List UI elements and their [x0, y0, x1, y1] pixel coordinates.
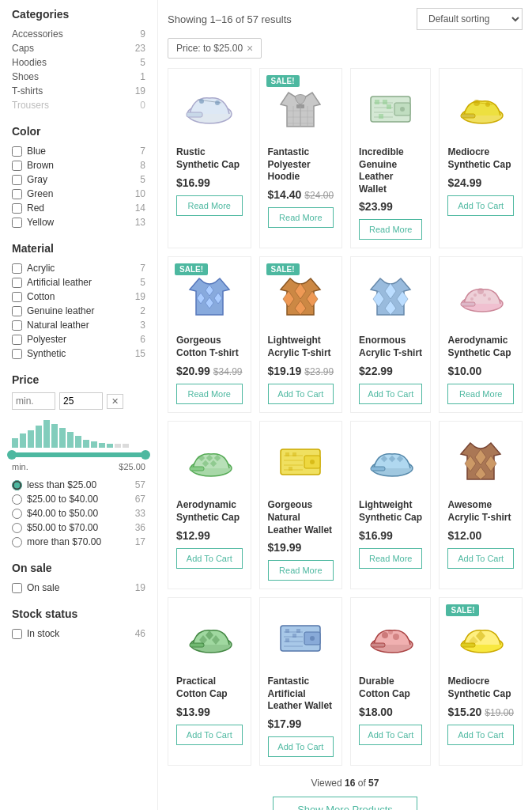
product-image-3	[359, 77, 422, 140]
product-name-1: Rustic Synthetic Cap	[176, 146, 243, 172]
category-accessories[interactable]: Accessories9	[12, 27, 145, 41]
category-trousers[interactable]: Trousers0	[12, 98, 145, 112]
main-content: Showing 1–16 of 57 results Default sorti…	[158, 0, 532, 810]
product-price-6: $19.19$23.99	[268, 365, 334, 377]
product-card-16: SALE! Mediocre Synthetic Cap $15.20$19.0…	[439, 597, 523, 766]
categories-section: Categories Accessories9 Caps23 Hoodies5 …	[12, 8, 145, 112]
add-to-cart-button-4[interactable]: Add To Cart	[447, 195, 514, 216]
product-card-2: SALE! Fan	[259, 68, 343, 248]
product-price-7: $22.99	[359, 365, 422, 377]
add-to-cart-button-16[interactable]: Add To Cart	[447, 725, 514, 745]
total-count: 57	[368, 778, 379, 789]
stock-section: Stock status In stock 46	[12, 608, 145, 641]
color-green[interactable]: Green10	[12, 187, 145, 201]
svg-rect-88	[285, 638, 289, 642]
material-natural-leather[interactable]: Natural leather3	[12, 318, 145, 332]
price-radio-lt25-label: less than $25.00	[27, 479, 96, 490]
price-slider-min-handle[interactable]	[7, 450, 17, 460]
svg-rect-62	[285, 452, 289, 456]
tshirt-blue2-icon	[363, 269, 418, 324]
color-gray[interactable]: Gray5	[12, 172, 145, 187]
add-to-cart-button-9[interactable]: Add To Cart	[176, 548, 243, 569]
material-artificial-leather[interactable]: Artificial leather5	[12, 275, 145, 290]
price-min-input[interactable]	[12, 392, 55, 410]
product-price-13: $13.99	[176, 706, 243, 718]
add-to-cart-button-6[interactable]: Add To Cart	[268, 384, 334, 404]
product-price-16: $15.20$19.00	[447, 706, 514, 718]
product-card-10: Gorgeous Natural Leather Wallet $19.99 R…	[259, 421, 343, 589]
read-more-button-8[interactable]: Read More	[447, 384, 514, 404]
stock-title: Stock status	[12, 608, 145, 620]
svg-point-81	[310, 636, 315, 641]
color-red[interactable]: Red14	[12, 201, 145, 215]
tshirt-blue-icon	[182, 269, 237, 324]
price-filter-tag: Price: to $25.00 ×	[168, 38, 262, 59]
price-section: Price ✕	[12, 373, 145, 549]
color-blue[interactable]: Blue7	[12, 144, 145, 158]
price-slider[interactable]	[12, 452, 145, 457]
category-tshirts[interactable]: T-shirts19	[12, 84, 145, 98]
product-name-11: Lightweight Synthetic Cap	[359, 499, 422, 524]
price-radio-gt70[interactable]: more than $70.00 17	[12, 535, 145, 549]
add-to-cart-button-7[interactable]: Add To Cart	[359, 384, 422, 404]
svg-point-57	[310, 460, 315, 464]
price-radio-lt25[interactable]: less than $25.00 57	[12, 478, 145, 492]
product-price-9: $12.99	[176, 529, 243, 542]
material-acrylic[interactable]: Acrylic7	[12, 261, 145, 275]
category-shoes[interactable]: Shoes1	[12, 70, 145, 84]
product-image-4	[447, 77, 514, 140]
read-more-button-11[interactable]: Read More	[359, 548, 422, 569]
svg-point-94	[388, 630, 393, 634]
product-name-13: Practical Cotton Cap	[176, 676, 243, 701]
color-brown[interactable]: Brown8	[12, 158, 145, 172]
add-to-cart-button-12[interactable]: Add To Cart	[447, 548, 514, 569]
price-radio-40-50[interactable]: $40.00 to $50.00 33	[12, 506, 145, 520]
price-radio-25-40[interactable]: $25.00 to $40.00 67	[12, 492, 145, 506]
stock-checkbox[interactable]: In stock 46	[12, 626, 145, 641]
cap-yellow2-icon	[453, 610, 508, 665]
read-more-button-2[interactable]: Read More	[268, 207, 334, 228]
price-title: Price	[12, 373, 145, 386]
product-card-4: Mediocre Synthetic Cap $24.99 Add To Car…	[439, 68, 523, 248]
svg-rect-49	[190, 467, 204, 471]
material-cotton[interactable]: Cotton19	[12, 290, 145, 304]
price-clear-button[interactable]: ✕	[107, 394, 123, 409]
show-more-button[interactable]: Show More Products	[273, 797, 417, 810]
read-more-button-3[interactable]: Read More	[359, 219, 422, 240]
price-bar	[91, 441, 97, 448]
filter-tag-remove[interactable]: ×	[247, 42, 253, 55]
product-name-8: Aerodynamic Synthetic Cap	[447, 335, 514, 360]
tshirt-brown2-icon	[453, 433, 508, 489]
add-to-cart-button-13[interactable]: Add To Cart	[176, 725, 243, 745]
product-image-14	[268, 606, 334, 669]
stock-label: In stock	[27, 628, 59, 639]
original-price-5: $34.99	[213, 366, 243, 377]
price-bar	[123, 444, 129, 448]
product-card-5: SALE! Gorgeous Cotton T-shirt $20.99$34.…	[168, 256, 251, 413]
read-more-button-10[interactable]: Read More	[268, 560, 334, 581]
add-to-cart-button-14[interactable]: Add To Cart	[268, 736, 334, 757]
categories-list: Accessories9 Caps23 Hoodies5 Shoes1 T-sh…	[12, 27, 145, 112]
material-polyester[interactable]: Polyester6	[12, 332, 145, 346]
material-synthetic[interactable]: Synthetic15	[12, 346, 145, 361]
read-more-button-1[interactable]: Read More	[176, 195, 243, 216]
onsale-checkbox[interactable]: On sale 19	[12, 581, 145, 595]
price-max-input[interactable]	[59, 392, 103, 410]
category-caps[interactable]: Caps23	[12, 41, 145, 55]
price-bar	[43, 420, 50, 448]
sort-select[interactable]: Default sorting Price: low to high Price…	[417, 8, 523, 30]
cap-green2-icon	[182, 610, 237, 665]
price-radio-50-70[interactable]: $50.00 to $70.00 36	[12, 520, 145, 535]
price-slider-max-handle[interactable]	[141, 450, 150, 460]
color-yellow[interactable]: Yellow13	[12, 215, 145, 229]
price-range-max: $25.00	[119, 462, 145, 471]
product-price-2: $14.40$24.00	[268, 188, 334, 201]
sale-badge-6: SALE!	[266, 263, 300, 275]
price-bar	[67, 432, 74, 448]
material-genuine-leather[interactable]: Genuine leather2	[12, 304, 145, 318]
product-price-10: $19.99	[268, 541, 334, 554]
read-more-button-5[interactable]: Read More	[176, 384, 243, 404]
product-image-15	[359, 606, 422, 669]
add-to-cart-button-15[interactable]: Add To Cart	[359, 725, 422, 745]
category-hoodies[interactable]: Hoodies5	[12, 55, 145, 70]
